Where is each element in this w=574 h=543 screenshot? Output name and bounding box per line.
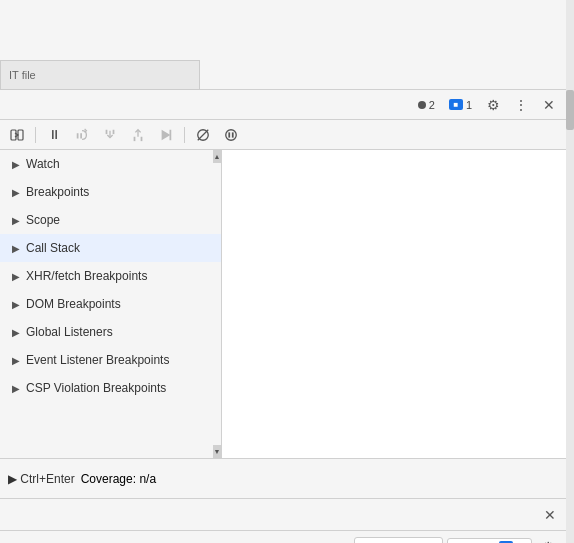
coverage-text: Coverage: n/a [81, 472, 156, 486]
step-into-button[interactable] [97, 123, 123, 147]
right-scrollbar-thumb[interactable] [566, 90, 574, 130]
breakpoints-label: Breakpoints [26, 185, 89, 199]
scope-label: Scope [26, 213, 60, 227]
settings-button[interactable]: ⚙ [480, 93, 506, 117]
console-close-bar: ✕ [0, 498, 566, 530]
event-label: Event Listener Breakpoints [26, 353, 169, 367]
more-button[interactable]: ⋮ [508, 93, 534, 117]
sidebar-item-event-listener-breakpoints[interactable]: ▶ Event Listener Breakpoints [0, 346, 221, 374]
watch-arrow: ▶ [12, 159, 20, 170]
pause-on-exceptions-button[interactable] [218, 123, 244, 147]
separator-1 [35, 127, 36, 143]
run-label: ▶ Ctrl+Enter [8, 472, 75, 486]
svg-rect-0 [11, 130, 16, 140]
csp-arrow: ▶ [12, 383, 20, 394]
scope-arrow: ▶ [12, 215, 20, 226]
default-levels-button[interactable]: Default levels ▾ [354, 537, 443, 543]
svg-rect-6 [134, 136, 136, 140]
sidebar-item-breakpoints[interactable]: ▶ Breakpoints [0, 178, 221, 206]
global-label: Global Listeners [26, 325, 113, 339]
console-settings-button[interactable]: ⚙ [536, 535, 560, 544]
sidebar-item-call-stack[interactable]: ▶ Call Stack [0, 234, 221, 262]
top-area: IT file [0, 0, 574, 90]
svg-point-12 [226, 129, 237, 140]
sidebar-scroll-up[interactable]: ▲ [213, 150, 221, 163]
run-button[interactable]: ▶ Ctrl+Enter [8, 472, 75, 486]
step-out-button[interactable] [125, 123, 151, 147]
step-into-icon [103, 128, 117, 142]
sidebar-item-xhr-breakpoints[interactable]: ▶ XHR/fetch Breakpoints [0, 262, 221, 290]
deactivate-breakpoints-button[interactable] [190, 123, 216, 147]
sidebar-item-scope[interactable]: ▶ Scope [0, 206, 221, 234]
sidebar-scroll-down[interactable]: ▼ [213, 445, 221, 458]
separator-2 [184, 127, 185, 143]
svg-rect-9 [170, 129, 172, 140]
issues-button[interactable]: 1 Issue: ■ 1 [447, 538, 532, 544]
main-panel: ▲ ▶ Watch ▶ Breakpoints ▶ Scope ▶ Call S… [0, 150, 566, 458]
global-arrow: ▶ [12, 327, 20, 338]
console-bar: Default levels ▾ 1 Issue: ■ 1 ⚙ [0, 530, 566, 543]
pause-icon: ⏸ [48, 127, 61, 142]
step-over-icon [75, 128, 89, 142]
console-close-icon: ✕ [544, 507, 556, 523]
breakpoints-arrow: ▶ [12, 187, 20, 198]
continue-icon [159, 128, 173, 142]
sidebar-item-dom-breakpoints[interactable]: ▶ DOM Breakpoints [0, 290, 221, 318]
event-arrow: ▶ [12, 355, 20, 366]
xhr-label: XHR/fetch Breakpoints [26, 269, 147, 283]
svg-rect-7 [141, 136, 143, 140]
svg-rect-2 [77, 133, 79, 138]
pause-button[interactable]: ⏸ [41, 123, 67, 147]
pause-exceptions-icon [224, 128, 238, 142]
svg-rect-4 [106, 129, 108, 133]
chat-count: 1 [466, 99, 472, 111]
dot-count: 2 [429, 99, 435, 111]
call-stack-label: Call Stack [26, 241, 80, 255]
debug-toolbar: ⏸ [0, 120, 566, 150]
file-tab-text: IT file [9, 69, 36, 81]
svg-rect-14 [232, 132, 234, 137]
close-button[interactable]: ✕ [536, 93, 562, 117]
watch-label: Watch [26, 157, 60, 171]
sidebar-scroll: ▲ ▶ Watch ▶ Breakpoints ▶ Scope ▶ Call S… [0, 150, 221, 458]
collapse-icon [10, 128, 24, 142]
bottom-bar: ▶ Ctrl+Enter Coverage: n/a [0, 458, 566, 498]
gear-icon: ⚙ [487, 97, 500, 113]
sidebar-item-watch[interactable]: ▶ Watch [0, 150, 221, 178]
file-tab: IT file [0, 60, 200, 90]
content-area [222, 150, 566, 458]
call-stack-arrow: ▶ [12, 243, 20, 254]
console-gear-icon: ⚙ [542, 539, 555, 544]
dot-badge[interactable]: 2 [412, 97, 441, 113]
csp-label: CSP Violation Breakpoints [26, 381, 166, 395]
sidebar-item-global-listeners[interactable]: ▶ Global Listeners [0, 318, 221, 346]
dom-label: DOM Breakpoints [26, 297, 121, 311]
xhr-arrow: ▶ [12, 271, 20, 282]
step-over-button[interactable] [69, 123, 95, 147]
svg-rect-3 [80, 133, 82, 138]
toolbar: 2 ■ 1 ⚙ ⋮ ✕ [0, 90, 566, 120]
continue-button[interactable] [153, 123, 179, 147]
dom-arrow: ▶ [12, 299, 20, 310]
right-scrollbar[interactable] [566, 0, 574, 543]
svg-rect-5 [113, 129, 115, 133]
dot-icon [418, 101, 426, 109]
step-out-icon [131, 128, 145, 142]
sidebar-item-csp-violation-breakpoints[interactable]: ▶ CSP Violation Breakpoints [0, 374, 221, 402]
close-icon: ✕ [543, 97, 555, 113]
sidebar: ▲ ▶ Watch ▶ Breakpoints ▶ Scope ▶ Call S… [0, 150, 222, 458]
more-icon: ⋮ [514, 97, 528, 113]
svg-marker-8 [162, 129, 171, 140]
collapse-sidebar-button[interactable] [4, 123, 30, 147]
chat-badge[interactable]: ■ 1 [443, 97, 478, 113]
deactivate-icon [196, 128, 210, 142]
console-close-button[interactable]: ✕ [540, 505, 560, 525]
chat-icon: ■ [449, 99, 463, 110]
svg-rect-13 [228, 132, 230, 137]
